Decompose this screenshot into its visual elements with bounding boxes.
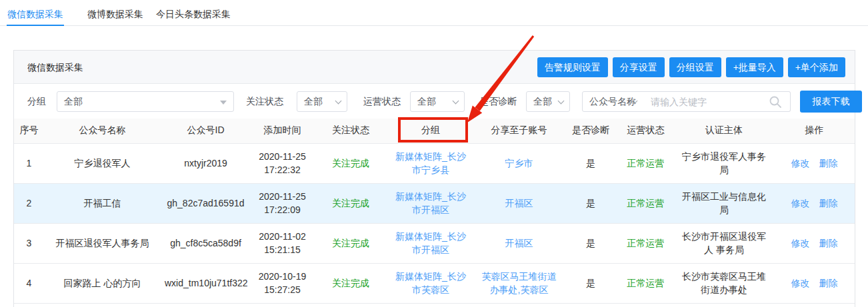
single-add-button[interactable]: +单个添加 <box>788 57 845 77</box>
follow-status-filter-value: 全部 <box>304 96 323 107</box>
delete-link[interactable]: 删除 <box>815 278 843 288</box>
table-row: 3 开福区退役军人事务局 gh_cf8c5ca58d9f 2020-11-02 … <box>14 223 855 263</box>
diagnose-filter-select[interactable]: 全部 <box>526 91 570 112</box>
edit-link[interactable]: 修改 <box>787 198 815 208</box>
delete-link[interactable]: 删除 <box>815 238 843 248</box>
cell-subject: 开福区工业与信息化局 <box>674 183 774 223</box>
cell-subject: 宁乡市退役军人事务局 <box>674 143 774 183</box>
cell-actions: 修改删除 <box>774 183 855 223</box>
search-icon[interactable] <box>769 95 782 109</box>
chevron-down-icon <box>558 98 565 105</box>
search-field-select[interactable]: 公众号名称 <box>582 91 643 112</box>
column-header: 认证主体 <box>674 119 774 143</box>
group-settings-button[interactable]: 分组设置 <box>669 57 721 77</box>
cell-account-name: 开福工信 <box>44 183 161 223</box>
table-body: 1 宁乡退役军人 nxtyjr2019 2020-11-25 17:22:32 … <box>14 143 855 303</box>
delete-link[interactable]: 删除 <box>815 198 843 208</box>
added-date: 2020-11-25 <box>255 190 310 203</box>
cell-follow-status: 关注完成 <box>314 263 387 303</box>
accounts-table: 序号公众号名称公众号ID添加时间关注状态分组分享至子账号是否诊断运营状态认证主体… <box>14 119 855 304</box>
added-date: 2020-11-25 <box>255 150 310 163</box>
panel-header: 微信数据采集 告警规则设置 分享设置 分组设置 +批量导入 +单个添加 <box>14 51 855 84</box>
cell-actions: 修改删除 <box>774 223 855 263</box>
cell-index: 4 <box>14 263 44 303</box>
panel-action-buttons: 告警规则设置 分享设置 分组设置 +批量导入 +单个添加 <box>537 57 845 77</box>
filter-bar: 分组 全部 关注状态 全部 运营状态 全部 是否诊断 全部 公众号名称 <box>14 84 855 119</box>
column-header: 分享至子账号 <box>474 119 564 143</box>
cell-operate-status: 正常运营 <box>617 223 674 263</box>
cell-index: 2 <box>14 183 44 223</box>
diagnose-filter-value: 全部 <box>533 96 552 107</box>
added-clock: 15:21:15 <box>255 243 310 256</box>
cell-account-name: 回家路上 心的方向 <box>44 263 161 303</box>
added-clock: 17:22:09 <box>255 203 310 216</box>
cell-index: 3 <box>14 223 44 263</box>
column-header: 公众号名称 <box>44 119 161 143</box>
cell-follow-status: 关注完成 <box>314 143 387 183</box>
added-date: 2020-10-19 <box>255 270 310 283</box>
cell-group-link[interactable]: 新媒体矩阵_长沙市芙蓉区 <box>387 263 474 303</box>
cell-follow-status: 关注完成 <box>314 223 387 263</box>
table-row: 2 开福工信 gh_82c7ad16591d 2020-11-25 17:22:… <box>14 183 855 223</box>
follow-status-filter-select[interactable]: 全部 <box>297 91 347 112</box>
cell-account-id: wxid_tm10ju71tf322 <box>161 263 251 303</box>
column-header: 操作 <box>774 119 855 143</box>
cell-actions: 修改删除 <box>774 263 855 303</box>
cell-subject: 长沙市开福区退役军人 事务局 <box>674 223 774 263</box>
alert-rules-button[interactable]: 告警规则设置 <box>537 57 608 77</box>
cell-group-link[interactable]: 新媒体矩阵_长沙市宁乡县 <box>387 143 474 183</box>
wechat-collection-panel: 微信数据采集 告警规则设置 分享设置 分组设置 +批量导入 +单个添加 分组 全… <box>13 50 855 307</box>
cell-share-to-link[interactable]: 开福区 <box>474 223 564 263</box>
cell-actions: 修改删除 <box>774 143 855 183</box>
cell-operate-status: 正常运营 <box>617 143 674 183</box>
edit-link[interactable]: 修改 <box>787 238 815 248</box>
cell-diagnosed: 是 <box>564 143 617 183</box>
operate-status-filter-value: 全部 <box>417 96 436 107</box>
cell-operate-status: 正常运营 <box>617 183 674 223</box>
operate-status-filter-select[interactable]: 全部 <box>410 91 465 112</box>
chevron-down-icon <box>335 98 342 105</box>
column-header: 分组 <box>387 119 474 143</box>
wechat-data-collection-page: 微信数据采集 微博数据采集 今日头条数据采集 微信数据采集 告警规则设置 分享设… <box>0 0 868 307</box>
edit-link[interactable]: 修改 <box>787 278 815 288</box>
diagnose-filter-label: 是否诊断 <box>479 84 517 119</box>
cell-group-link[interactable]: 新媒体矩阵_长沙市开福区 <box>387 223 474 263</box>
cell-share-to-link[interactable]: 开福区 <box>474 183 564 223</box>
cell-share-to-link[interactable]: 芙蓉区马王堆街道办事处,芙蓉区 <box>474 263 564 303</box>
table-header: 序号公众号名称公众号ID添加时间关注状态分组分享至子账号是否诊断运营状态认证主体… <box>14 119 855 143</box>
tab-weibo-data[interactable]: 微博数据采集 <box>87 0 144 25</box>
cell-added-time: 2020-11-25 17:22:09 <box>251 183 314 223</box>
column-header: 关注状态 <box>314 119 387 143</box>
cell-added-time: 2020-11-02 15:21:15 <box>251 223 314 263</box>
cell-share-to-link[interactable]: 宁乡市 <box>474 143 564 183</box>
caret-down-icon <box>220 101 227 105</box>
delete-link[interactable]: 删除 <box>815 158 843 168</box>
group-filter-value: 全部 <box>64 96 83 107</box>
search-field-value: 公众号名称 <box>589 96 636 107</box>
share-settings-button[interactable]: 分享设置 <box>613 57 665 77</box>
added-clock: 17:22:32 <box>255 163 310 176</box>
cell-subject: 长沙市芙蓉区马王堆街道办事处 <box>674 263 774 303</box>
column-header: 是否诊断 <box>564 119 617 143</box>
top-tab-bar: 微信数据采集 微博数据采集 今日头条数据采集 <box>0 0 868 26</box>
group-filter-select[interactable]: 全部 <box>57 91 234 112</box>
column-header: 序号 <box>14 119 44 143</box>
batch-import-button[interactable]: +批量导入 <box>726 57 783 77</box>
column-header: 运营状态 <box>617 119 674 143</box>
tab-toutiao-data[interactable]: 今日头条数据采集 <box>156 0 231 25</box>
cell-index: 1 <box>14 143 44 183</box>
report-download-button[interactable]: 报表下载 <box>800 91 862 113</box>
cell-added-time: 2020-11-25 17:22:32 <box>251 143 314 183</box>
chevron-down-icon <box>453 98 459 105</box>
cell-operate-status: 正常运营 <box>617 263 674 303</box>
added-clock: 15:27:25 <box>255 283 310 296</box>
column-header: 公众号ID <box>161 119 251 143</box>
panel-title: 微信数据采集 <box>27 51 83 84</box>
added-date: 2020-11-02 <box>255 230 310 243</box>
edit-link[interactable]: 修改 <box>787 158 815 168</box>
cell-group-link[interactable]: 新媒体矩阵_长沙市开福区 <box>387 183 474 223</box>
tab-wechat-data[interactable]: 微信数据采集 <box>7 0 64 25</box>
table-row: 1 宁乡退役军人 nxtyjr2019 2020-11-25 17:22:32 … <box>14 143 855 183</box>
cell-diagnosed: 是 <box>564 223 617 263</box>
cell-diagnosed: 是 <box>564 263 617 303</box>
